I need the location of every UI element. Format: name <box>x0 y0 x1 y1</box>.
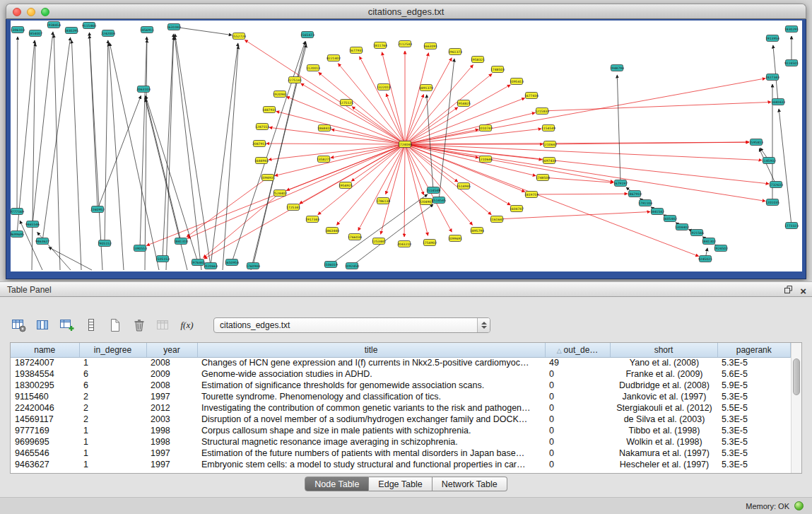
graph-node[interactable]: 1697434 <box>542 158 556 164</box>
create-column-icon[interactable] <box>58 316 76 334</box>
graph-node[interactable]: 1440433 <box>771 99 785 105</box>
table-row[interactable]: 946362711997Embryonic stem cells: a mode… <box>11 459 791 470</box>
graph-node[interactable]: 1920941 <box>273 91 287 98</box>
graph-node[interactable]: 2112543 <box>398 41 412 47</box>
graph-node[interactable]: 1210642 <box>543 141 557 148</box>
graph-node[interactable]: 1663091 <box>423 43 437 49</box>
graph-node[interactable]: 1322013 <box>377 84 391 90</box>
table-row[interactable]: 1830029562008Estimation of significance … <box>11 380 791 391</box>
graph-node[interactable]: 1868410 <box>317 125 331 132</box>
graph-node[interactable]: 1958321 <box>471 57 485 63</box>
graph-node[interactable]: 1215833 <box>535 108 549 115</box>
table-row[interactable]: 1456911722003Disruption of a novel membe… <box>11 414 791 425</box>
graph-node[interactable]: 8221402 <box>326 55 341 62</box>
graph-node[interactable]: 2020663 <box>204 263 218 269</box>
graph-node[interactable]: 1677931 <box>349 47 363 54</box>
graph-node[interactable]: 1099691 <box>448 235 462 242</box>
graph-node[interactable]: 1514549 <box>426 187 440 194</box>
graph-node[interactable]: 9465546 <box>25 221 40 228</box>
graph-node[interactable]: 1841302 <box>702 238 716 245</box>
graph-node[interactable]: 1145932 <box>762 158 776 164</box>
table-row[interactable]: 946554611997Estimation of the future num… <box>11 448 791 459</box>
graph-node[interactable]: 1390553 <box>133 245 147 252</box>
graph-node[interactable]: 9463627 <box>35 238 49 245</box>
graph-node[interactable]: 2260952 <box>90 206 105 213</box>
graph-node[interactable]: 1650954 <box>225 259 239 266</box>
graph-node[interactable]: 1161642 <box>490 216 504 223</box>
graph-node[interactable]: 1201035 <box>765 199 779 206</box>
graph-node[interactable]: 1754902 <box>423 240 437 246</box>
graph-node[interactable]: 1679197 <box>613 180 628 187</box>
table-scrollbar[interactable] <box>791 343 801 473</box>
graph-node[interactable]: 1924502 <box>714 245 728 252</box>
rows-icon[interactable] <box>82 316 100 334</box>
graph-node[interactable]: 1954825 <box>457 100 471 107</box>
graph-node[interactable]: 2063103 <box>136 86 151 93</box>
graph-node[interactable]: 1306103 <box>11 27 25 33</box>
graph-node[interactable]: 9224501 <box>784 60 799 66</box>
graph-node[interactable]: 1725341 <box>286 204 300 211</box>
graph-node[interactable]: 1863440 <box>325 228 339 234</box>
graph-node[interactable]: 2087913 <box>252 141 266 147</box>
graph-node[interactable]: 1841542 <box>650 209 664 215</box>
graph-node[interactable]: 1961373 <box>448 49 462 55</box>
graph-node[interactable]: 1827343 <box>765 74 779 81</box>
graph-node[interactable]: 9115460 <box>82 23 96 29</box>
graph-node[interactable]: 1748508 <box>536 175 550 181</box>
graph-node[interactable]: 9699695 <box>11 231 24 238</box>
graph-node[interactable]: 1304402 <box>675 224 689 230</box>
graph-node[interactable]: 1891370 <box>419 85 433 91</box>
graph-node[interactable]: 1552724 <box>232 33 246 40</box>
table-settings-icon[interactable] <box>10 316 28 334</box>
graph-node[interactable]: 1514545 <box>432 197 446 204</box>
delete-table-icon[interactable] <box>130 316 148 334</box>
float-panel-icon[interactable] <box>784 284 793 297</box>
graph-node[interactable]: 2275141 <box>288 77 302 83</box>
graph-node[interactable]: 1092450 <box>345 263 359 269</box>
graph-node[interactable]: 1938454 <box>47 22 61 28</box>
graph-node[interactable]: 1732633 <box>769 182 783 188</box>
graph-node[interactable]: 1921566 <box>690 230 704 236</box>
graph-node[interactable]: 1275125 <box>339 100 353 106</box>
graph-node[interactable]: 1210646 <box>478 156 493 163</box>
graph-node[interactable]: 1487931 <box>262 107 276 113</box>
table-row[interactable]: 969969511998Structural magnetic resonanc… <box>11 436 791 448</box>
graph-node[interactable]: 1154549 <box>541 125 555 132</box>
new-table-icon[interactable] <box>106 316 124 334</box>
graph-node[interactable]: 1913954 <box>765 35 779 42</box>
tab-edge-table[interactable]: Edge Table <box>369 477 432 491</box>
graph-node[interactable]: 1631043 <box>167 24 181 30</box>
graph-node[interactable]: 1724046 <box>398 141 412 148</box>
column-header-name[interactable]: name <box>11 343 79 357</box>
graph-node[interactable]: 1506019 <box>324 262 338 268</box>
column-header-out_degree[interactable]: △out_de… <box>545 343 610 357</box>
graph-node[interactable]: 1954925 <box>339 182 353 189</box>
graph-node[interactable]: 1830295 <box>64 28 78 34</box>
graph-node[interactable]: 1917343 <box>305 216 319 223</box>
graph-node[interactable]: 1120013 <box>306 65 320 71</box>
graph-node[interactable]: 7905152 <box>98 240 112 247</box>
graph-node[interactable]: 1095413 <box>510 78 524 85</box>
graph-node[interactable]: 1595813 <box>749 139 763 146</box>
network-canvas[interactable]: 1210642169743417485081819759160474711616… <box>11 21 802 271</box>
column-header-year[interactable]: year <box>146 343 197 357</box>
graph-node[interactable]: 1253441 <box>372 238 386 245</box>
graph-node[interactable]: 2043210 <box>397 241 411 247</box>
graph-node[interactable]: 1811764 <box>373 42 387 49</box>
graph-node[interactable]: 1358271 <box>317 156 331 163</box>
graph-node[interactable]: 7524402 <box>273 190 287 197</box>
graph-node[interactable]: 1565473 <box>300 32 314 38</box>
graph-node[interactable]: 1786134 <box>376 198 390 204</box>
table-row[interactable]: 1872400712008Changes of HCN gene express… <box>11 357 791 368</box>
graph-node[interactable]: 1760944 <box>246 263 260 269</box>
graph-node[interactable]: 1010747 <box>478 125 493 132</box>
graph-node[interactable]: 1514945 <box>457 183 471 189</box>
graph-node[interactable]: 1867910 <box>628 191 642 197</box>
graph-node[interactable]: 1644943 <box>254 158 269 164</box>
table-row[interactable]: 977716911998Corpus callosum shape and si… <box>11 425 791 436</box>
graph-node[interactable]: 1830291 <box>784 26 799 33</box>
scrollbar-thumb[interactable] <box>793 358 800 395</box>
graph-node[interactable]: 1895794 <box>470 228 484 234</box>
graph-node[interactable]: 1605442 <box>663 216 677 222</box>
graph-node[interactable]: 1948794 <box>610 65 624 71</box>
